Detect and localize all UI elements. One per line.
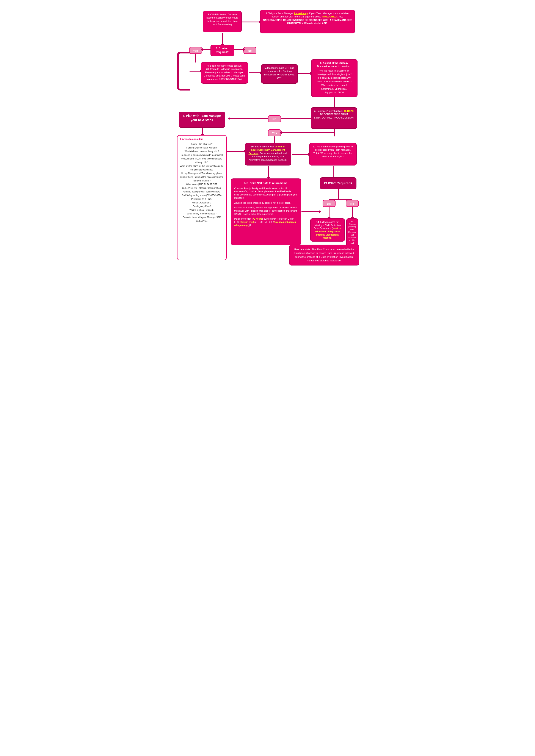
box13-label: 13. [324,181,328,186]
arrow-split-h [329,199,352,200]
box7-text1: Section 47 Investigation? [317,110,344,112]
box7-text2: 15 DAYS [344,110,354,112]
box12-para4: Police Protection (72 hours), (Emergency… [235,217,297,227]
box8-label: 8. [183,114,185,118]
flowchart: 1. Child Protection Concern raised to So… [175,4,360,269]
box12-para3: For accommodation, Service Manager must … [235,206,297,216]
box14-text3: ) [331,236,332,239]
curved-arrow-left [177,52,190,91]
box-7: 7. Section 47 Investigation? 15 DAYS TO … [311,107,357,129]
box-4: 4. Social Worker creates contact (Outcom… [201,62,248,84]
practice-note-bold: Practice Note: [294,248,312,251]
arrow-9-10 [227,151,244,152]
box9-title: Areas to consider: [182,138,203,140]
box-8: 8. Plan with Team Manager your next step… [179,112,225,128]
box13-text: ICPC Required? [328,181,352,186]
arrow-yes3-14 [329,207,329,218]
yes-3: Yes [323,200,336,207]
arrow-5-6 [298,73,311,74]
arrow-1-3 [222,33,223,44]
box-1: 1. Child Protection Concern raised to So… [203,11,242,32]
box4-label: 4. [207,65,209,67]
box1-text: Child Protection Concern raised to Socia… [206,13,238,26]
box-11: 11. No. Interim safety plan required-to … [309,143,357,166]
box5-label: 5. [265,67,267,69]
arrow-7-no2 [281,118,311,119]
no-3: No [346,200,359,207]
no-2: No [268,115,281,122]
box-14: 14. Follow process for initiating a Chil… [310,218,345,242]
yes-2: Yes [268,129,281,136]
arrow-1-2 [242,21,259,22]
box-5: 5. Manager emails CPT and creates / hold… [261,64,298,84]
no-1: No [243,47,256,54]
box-10: 10. Social Worker visit within 24 hours/… [245,143,291,166]
box11-label: 11. [313,145,316,148]
box10-label: 10. [251,145,254,148]
box2-text1: Tell your Team Manager [268,12,294,15]
box15-label: 15. [351,220,354,222]
box-13: 13. ICPC Required? [320,177,356,189]
box-12: Yes. Child NOT safe to return home. Cons… [231,178,301,245]
arrow-7-yes2h [281,132,334,133]
arrow-no3-15 [352,207,353,218]
box3-label: 3. [216,47,218,50]
box2-text3: IMMEDIATELY. [322,15,338,18]
arrow-curve-box4 [189,71,200,71]
box1-label: 1. [208,13,210,16]
arrow-10-11 [292,154,309,155]
arrow-10-12 [268,166,269,178]
box2-label: 2. [266,12,268,15]
arrow-11-13v [333,166,334,178]
box4-text: Social Worker creates contact (Outcome t… [204,65,245,80]
box-2: 2. Tell your Team Manager immediately. I… [260,10,355,33]
practice-note: Practice Note: This Flow Chart must be u… [289,245,359,265]
box2-highlight: immediately [294,12,308,15]
arrow-12-13 [301,211,319,212]
box7-label: 7. [314,110,316,112]
box6-label: 6. As part of the Strategy Discussion, a… [314,62,355,68]
arrow-8-9 [202,128,203,135]
box10-text1: Social Worker visit [255,145,275,148]
box12-para2: Adults need to be checked by police if n… [235,201,297,204]
arrow-3-yes [203,49,211,50]
box6-items: Will this result in a Section 47 Investi… [314,69,355,94]
arrow-3-no [234,49,244,50]
box12-title: Yes. Child NOT safe to return home. [235,181,297,185]
arrow-6-7 [334,97,335,107]
box11-text: No. Interim safety plan required-to be d… [313,145,353,158]
box-6: 6. As part of the Strategy Discussion, a… [311,59,357,97]
box5-text: Manager emails CPT and creates / holds S… [264,67,295,79]
box-3: 3. Contact Required? [211,44,234,56]
arrow-13-down [338,189,339,199]
box8-text: Plan with Team Manager your next steps [186,114,221,122]
box14-label: 14. [316,221,320,223]
yes-1: Yes [189,47,202,54]
box9-label: 9. [180,138,182,140]
box-9: 9. Areas to consider: Safety Plan-what i… [177,135,227,260]
box9-items: Safety Plan-what is it? Planning with th… [180,142,224,223]
box12-para1: Consider Family, Family and Friends Netw… [235,187,297,200]
arrow-4-5 [249,72,261,73]
arrow-yes-4 [195,54,196,63]
box7-text3: TO CONFERENCE FROM STRATEGY MEETING/DISC… [314,113,354,119]
arrow-no2-box8 [230,118,268,119]
